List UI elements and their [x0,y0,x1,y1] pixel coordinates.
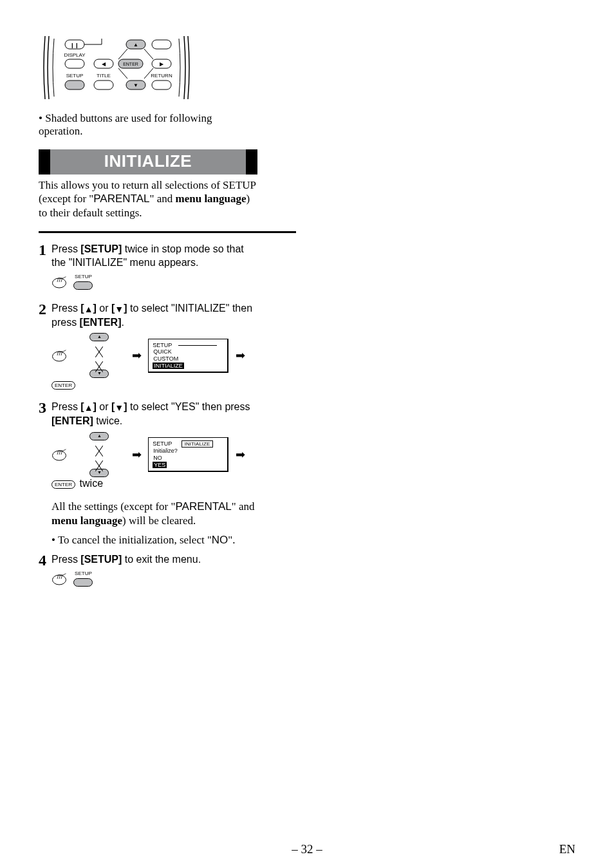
setup-button-icon [73,281,93,290]
svg-point-23 [53,352,66,361]
svg-text:◀: ◀ [102,61,106,67]
label-display: DISPLAY [64,52,86,58]
hand-icon [51,348,71,363]
step-4-icons: SETUP [51,571,257,588]
menu-setup: SETUP QUICK CUSTOM INITIALIZE [148,339,228,373]
svg-point-22 [53,278,66,288]
section-header: INITIALIZE [39,149,257,175]
down-button-icon [89,370,109,378]
step-3-note-1: All the settings (except for "PARENTAL" … [51,500,257,528]
step-3-note-2: • To cancel the initialization, select "… [51,533,257,547]
label-title: TITLE [97,73,111,79]
arrow-icon: ➡ [236,348,245,363]
arrow-icon: ➡ [132,348,142,363]
nav-cross-icon [73,333,125,378]
svg-rect-18 [94,80,113,90]
nav-cross-icon [73,432,125,477]
enter-button-icon: ENTER [51,480,75,489]
arrow-icon: ➡ [132,448,142,462]
divider [39,231,296,233]
svg-point-25 [53,575,66,585]
twice-label: twice [80,478,103,489]
down-button-icon [89,469,109,477]
step-2-icons: ➡ SETUP QUICK CUSTOM INITIALIZE ➡ ENTER [51,333,257,390]
page-number: – 32 – [292,842,322,856]
label-enter: ENTER [123,62,138,66]
language-code: EN [559,842,575,856]
enter-button-icon: ENTER [51,381,75,390]
step-1: 1 Press [SETUP] twice in stop mode so th… [39,242,257,270]
svg-point-24 [53,451,66,460]
svg-line-7 [118,49,127,59]
remote-diagram: ❙❙ ▲ DISPLAY ◀ ENTER ▶ SETUP TITLE RETUR… [42,32,257,106]
step-3: 3 Press [▲] or [▼] to select "YES" then … [39,400,257,428]
step-4: 4 Press [SETUP] to exit the menu. [39,552,257,567]
svg-rect-21 [152,80,171,90]
hand-icon [51,448,71,462]
step-2: 2 Press [▲] or [▼] to select "INITIALIZE… [39,301,257,329]
svg-text:❙❙: ❙❙ [70,42,79,48]
up-button-icon [89,333,109,341]
svg-rect-17 [65,80,84,90]
setup-button-icon [73,578,93,587]
shaded-note: • Shaded buttons are used for following … [39,112,257,138]
step-1-icons: SETUP [51,274,257,291]
arrow-icon: ➡ [236,448,245,462]
svg-text:▶: ▶ [160,61,164,67]
step-3-icons: ➡ SETUP INITIALIZE Initialize? NO YES ➡ … [51,432,257,489]
svg-line-15 [118,68,127,79]
svg-text:▲: ▲ [133,42,138,48]
setup-label: SETUP [73,571,93,576]
up-button-icon [89,432,109,440]
intro-text: This allows you to return all selections… [39,178,257,220]
hand-icon [51,275,71,289]
svg-line-8 [144,49,153,59]
svg-rect-9 [65,59,84,68]
svg-rect-6 [152,40,171,49]
setup-label: SETUP [73,274,93,279]
hand-icon [51,572,71,586]
menu-initialize: SETUP INITIALIZE Initialize? NO YES [148,437,228,472]
label-setup: SETUP [66,73,84,79]
label-return: RETURN [151,73,172,79]
svg-text:▼: ▼ [133,82,138,88]
